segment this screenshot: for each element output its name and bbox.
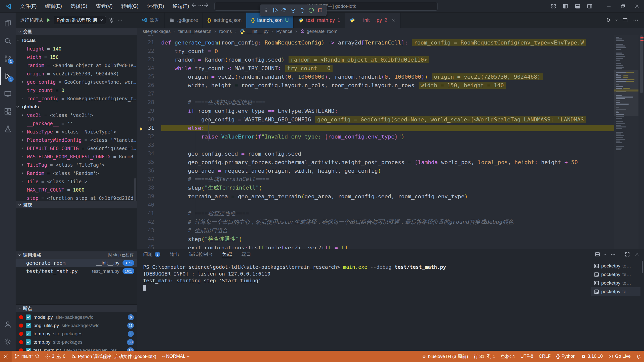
status-cursor-position[interactable]: 行 31, 列 1 xyxy=(471,353,498,359)
variable-row[interactable]: DEFAULT_GEO_CONFIG = GeoConfig(seed=1… xyxy=(20,144,137,152)
status-eol[interactable]: CRLF xyxy=(536,354,553,359)
panel-tab-调试控制台[interactable]: 调试控制台 xyxy=(188,249,213,260)
line-number[interactable]: 42 xyxy=(137,219,161,225)
activity-explorer[interactable] xyxy=(0,15,16,32)
run-python-file-button[interactable] xyxy=(604,15,613,25)
code-line-39[interactable]: 39 terrain_area = geo_area_to_terrain(ge… xyxy=(137,192,614,201)
line-number[interactable]: 23 xyxy=(137,57,161,63)
code-line-41[interactable]: 41 # ====检查连通性==== xyxy=(137,209,614,218)
tab-.gdignore[interactable]: .gdignore xyxy=(165,13,203,28)
panel-tab-问题[interactable]: 问题3 xyxy=(143,249,161,260)
variable-row[interactable]: Tile = <class 'Tile'> xyxy=(20,177,137,186)
code-line-24[interactable]: 24 while try_count < MAX_TRY_COUNT:try_c… xyxy=(137,64,614,72)
code-line-27[interactable]: 27 xyxy=(137,89,614,98)
restore-button[interactable] xyxy=(616,0,630,13)
breadcrumb-item[interactable]: terrain_research xyxy=(178,29,211,34)
variable-row[interactable]: PlanetaryWindConfig = <class 'Planeta… xyxy=(20,136,137,144)
code-line-20[interactable]: 20 xyxy=(137,35,614,38)
breakpoint-row[interactable]: temp.pysite-packages1 xyxy=(16,330,137,338)
menu-终端(T)[interactable]: 终端(T) xyxy=(169,1,193,11)
maximize-panel-icon[interactable] xyxy=(623,250,632,259)
code-editor[interactable]: 2021def generate_room(room_config: RoomR… xyxy=(137,35,644,249)
variable-row[interactable]: room_config = RoomRequestConfig(env_t… xyxy=(20,94,137,103)
line-number[interactable]: 41 xyxy=(137,210,161,216)
code-line-40[interactable]: 40 xyxy=(137,201,614,209)
breakpoint-row[interactable]: temp.pysite-packages58 xyxy=(16,338,137,346)
variable-row[interactable]: MAX_TRY_COUNT = 1000 xyxy=(20,186,137,194)
status-encoding[interactable]: UTF-8 xyxy=(518,354,536,359)
minimize-button[interactable] xyxy=(602,0,616,13)
minimap[interactable] xyxy=(614,35,638,249)
close-window-button[interactable] xyxy=(630,0,644,13)
line-number[interactable]: 29 xyxy=(137,108,161,114)
code-line-43[interactable]: 43 # 生成出口组合 xyxy=(137,226,614,235)
debug-config-dropdown[interactable]: Python 调试程序: 启 xyxy=(54,16,106,24)
chevron-down-icon[interactable] xyxy=(602,250,608,259)
code-line-45[interactable]: 45 exit_combinations:list[tuple[vec2i, v… xyxy=(137,243,614,249)
code-line-34[interactable]: 34 geo_config.seed = room_config.seed xyxy=(137,149,614,158)
activity-remote-explorer[interactable] xyxy=(0,85,16,103)
remote-indicator[interactable] xyxy=(0,351,12,362)
terminal-instance[interactable]: pocketpyte… xyxy=(591,287,640,296)
code-line-28[interactable]: 28 # ====生成初始地理信息==== xyxy=(137,98,614,107)
status-vim-mode[interactable]: -- NORMAL -- xyxy=(159,354,192,359)
toggle-panel-icon[interactable] xyxy=(572,0,584,13)
breadcrumb-item[interactable]: rooms xyxy=(219,29,232,34)
breakpoint-row[interactable]: model.pysite-packages\wfc6 xyxy=(16,313,137,321)
menu-运行(R)[interactable]: 运行(R) xyxy=(143,1,168,11)
activity-extensions[interactable] xyxy=(0,103,16,120)
variables-group-locals[interactable]: locals xyxy=(16,36,137,44)
terminal-instance[interactable]: pocketpyte… xyxy=(591,270,640,279)
line-number[interactable]: 21 xyxy=(137,39,161,46)
drag-handle-icon[interactable] xyxy=(262,6,270,15)
restart-button[interactable] xyxy=(307,6,315,15)
split-editor-icon[interactable] xyxy=(620,15,630,25)
status-branch[interactable]: main* xyxy=(12,354,42,359)
breakpoint-row[interactable]: test_math.pysite-packages\terrain_res…16 xyxy=(16,346,137,351)
breakpoint-checkbox[interactable] xyxy=(26,339,31,345)
editor-scrollbar[interactable] xyxy=(638,35,644,249)
sidebar-more-icon[interactable] xyxy=(117,17,123,23)
status-notifications[interactable] xyxy=(633,354,644,359)
terminal-scrollbar[interactable] xyxy=(640,260,644,351)
scrollbar[interactable] xyxy=(134,178,136,201)
breakpoint-checkbox[interactable] xyxy=(26,348,31,351)
step-into-button[interactable] xyxy=(289,6,297,15)
variable-row[interactable]: TileTag = <class 'TileTag'> xyxy=(20,161,137,169)
breakpoint-checkbox[interactable] xyxy=(26,314,31,320)
breadcrumb-item[interactable]: site-packages xyxy=(143,29,171,34)
breadcrumb[interactable]: site-packagesterrain_researchrooms__init… xyxy=(137,28,644,35)
variable-row[interactable]: Random = <class 'Random'> xyxy=(20,169,137,177)
panel-tab-输出[interactable]: 输出 xyxy=(169,249,180,260)
toggle-secondary-sidebar-icon[interactable] xyxy=(584,0,596,13)
panel-tab-终端[interactable]: 终端 xyxy=(222,249,232,260)
code-line-35[interactable]: 35 geo_config.primary_forces.geothermal_… xyxy=(137,158,614,166)
tab-欢迎[interactable]: 欢迎 xyxy=(137,13,165,28)
activity-run-and-debug[interactable]: 1 xyxy=(0,67,16,85)
line-number[interactable]: 45 xyxy=(137,245,161,249)
status-interpreter[interactable]: 3.10.10 xyxy=(578,354,606,359)
code-line-26[interactable]: 26 width, height = room_config.layout.n_… xyxy=(137,81,614,89)
code-line-32[interactable]: 32 raise ValueError(f"Invalid env type: … xyxy=(137,132,614,141)
code-line-33[interactable]: 33 xyxy=(137,141,614,149)
status-blame[interactable]: blueloveTH (3 周前) xyxy=(419,353,471,359)
variable-row[interactable]: vec2i = <class 'vec2i'> xyxy=(20,111,137,119)
debug-settings-gear-icon[interactable] xyxy=(108,17,114,23)
line-number[interactable]: 44 xyxy=(137,236,161,242)
variable-row[interactable]: try_count = 0 xyxy=(20,86,137,94)
breakpoint-row[interactable]: png_utils.pysite-packages\wfc11 xyxy=(16,321,137,330)
status-problems[interactable]: 30 xyxy=(42,354,68,359)
variable-row[interactable]: origin = vec2i(7205730, 9024468) xyxy=(20,69,137,78)
line-number[interactable]: 31 xyxy=(137,125,161,131)
start-debug-icon[interactable] xyxy=(45,17,51,23)
code-line-42[interactable]: 42 # 计算每一个出口的中心，然后使用astar生成路径，确保每一个出口组合都… xyxy=(137,218,614,226)
breakpoint-checkbox[interactable] xyxy=(26,331,31,336)
line-number[interactable]: 28 xyxy=(137,99,161,105)
code-line-31[interactable]: 31 else: xyxy=(137,124,614,132)
status-go-live[interactable]: Go Live xyxy=(606,354,633,359)
status-language-mode[interactable]: {}Python xyxy=(553,354,578,359)
close-tab-icon[interactable] xyxy=(391,18,396,22)
status-debug-session[interactable]: Python 调试程序: 启动文件 (godot-ldtk) xyxy=(68,353,159,359)
panel-more-icon[interactable] xyxy=(609,250,618,259)
line-number[interactable]: 37 xyxy=(137,176,161,182)
